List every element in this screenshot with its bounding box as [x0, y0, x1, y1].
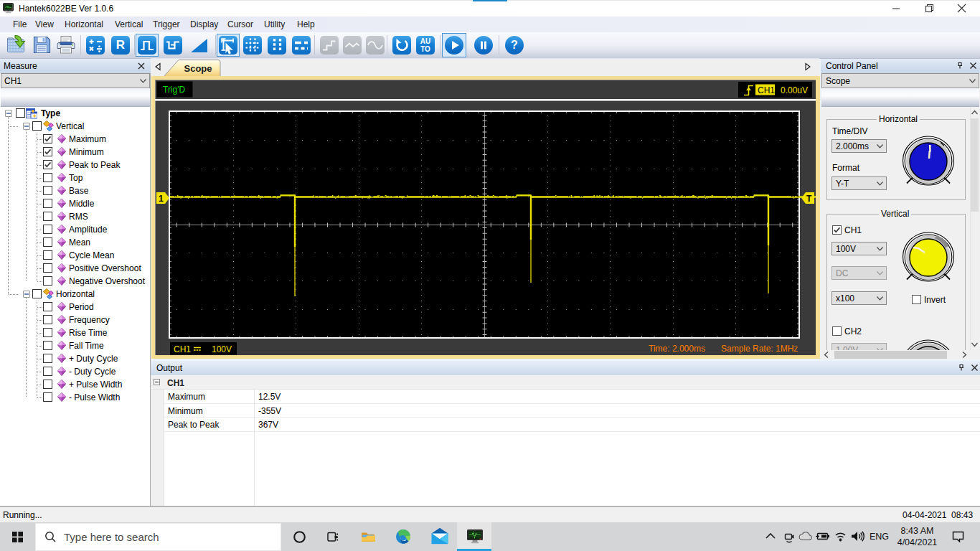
- svg-text:1: 1: [159, 194, 164, 204]
- svg-text:Scope: Scope: [184, 63, 212, 74]
- svg-text:Trig'D: Trig'D: [163, 85, 186, 95]
- svg-text:CH1: CH1: [174, 344, 191, 354]
- svg-text:Time: 2.000ms: Time: 2.000ms: [649, 344, 705, 354]
- svg-text:100V: 100V: [212, 344, 232, 354]
- svg-text:CH1: CH1: [758, 85, 775, 95]
- svg-text:Sample Rate: 1MHz: Sample Rate: 1MHz: [721, 344, 798, 354]
- svg-text:0.00uV: 0.00uV: [781, 85, 808, 95]
- svg-text:T: T: [806, 194, 812, 204]
